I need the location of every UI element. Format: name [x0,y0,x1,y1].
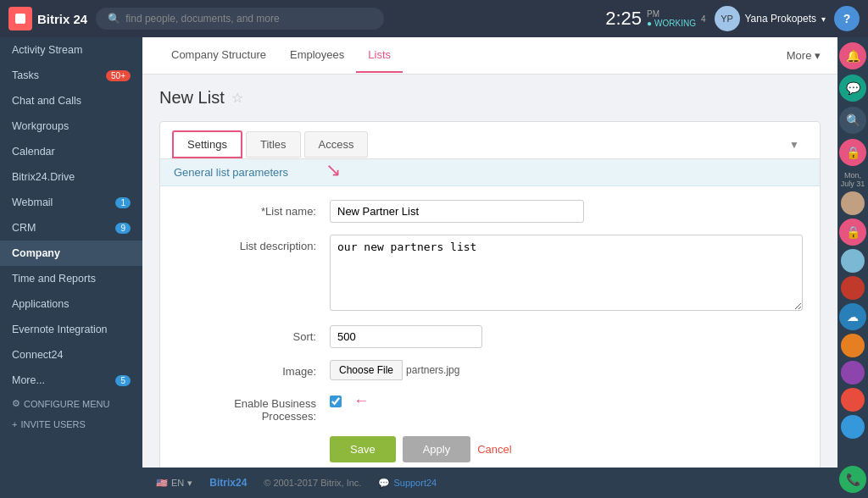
sidebar-item-time-reports[interactable]: Time and Reports [0,266,142,291]
configure-menu-button[interactable]: ⚙ CONFIGURE MENU [0,393,142,414]
sort-input[interactable] [330,325,482,348]
footer: 🇺🇸 EN ▾ Bitrix24 © 2001-2017 Bitrix, Inc… [142,468,837,498]
crm-badge: 9 [115,223,131,234]
list-desc-field: our new partners list [330,235,803,313]
svg-rect-0 [15,14,25,24]
image-row: Image: Choose File partners.jpg [177,360,803,380]
flag-icon: 🇺🇸 [156,478,168,489]
main-area: Company Structure Employees Lists More ▾… [142,37,837,498]
sort-row: Sort: [177,325,803,348]
chevron-down-icon: ▾ [821,14,826,24]
topbar-time: 2:25 PM ● WORKING 4 [605,8,705,30]
list-name-label: *List name: [177,200,330,218]
sidebar-item-workgroups[interactable]: Workgroups [0,113,142,139]
sidebar-item-connect24[interactable]: Connect24 [0,342,142,368]
bp-arrow-annotation: ← [353,392,369,410]
image-label: Image: [177,360,330,378]
rp-avatar-1 [841,191,865,215]
sidebar-item-tasks[interactable]: Tasks 50+ [0,63,142,88]
rp-search-icon[interactable]: 🔍 [839,107,866,134]
sidebar-item-calendar[interactable]: Calendar [0,139,142,164]
more-badge: 5 [115,375,131,386]
webmail-badge: 1 [115,197,131,208]
form-body: *List name: List description: our new pa… [160,186,820,468]
list-name-field [330,200,803,223]
collapse-button[interactable]: ▼ [781,139,808,151]
footer-copyright: © 2001-2017 Bitrix, Inc. [264,478,361,488]
rp-avatar-6 [841,388,865,412]
footer-flag[interactable]: 🇺🇸 EN ▾ [156,478,192,489]
tab-access[interactable]: Access [304,131,369,158]
secondary-nav-more[interactable]: More ▾ [787,49,821,62]
rp-avatar-7 [841,415,865,439]
sidebar-item-applications[interactable]: Applications [0,291,142,317]
image-field: Choose File partners.jpg [330,360,803,380]
user-name: Yana Prokopets [745,13,817,25]
sidebar-item-company[interactable]: Company [0,241,142,266]
right-panel: 🔔 💬 🔍 🔒 Mon, July 31 🔒 ☁ 📞 [837,37,868,498]
status-dot: ● [647,19,652,28]
search-input[interactable] [125,13,372,25]
chevron-down-icon: ▾ [187,478,192,489]
save-button[interactable]: Save [330,436,396,462]
help-button[interactable]: ? [834,6,860,31]
footer-support-link[interactable]: 💬 Support24 [378,478,437,489]
rp-calendar-section: Mon, July 31 🔒 ☁ [837,169,868,440]
user-menu[interactable]: YP Yana Prokopets ▾ [715,6,826,31]
list-desc-textarea[interactable]: our new partners list [330,235,803,311]
sidebar-item-webmail[interactable]: Webmail 1 [0,190,142,215]
footer-logo: Bitrix24 [209,477,247,489]
chat-icon: 💬 [378,478,390,489]
tasks-badge: 50+ [106,70,131,81]
invite-users-button[interactable]: + INVITE USERS [0,414,142,434]
flag-count: 4 [701,14,706,24]
topbar: Bitrix 24 🔍 2:25 PM ● WORKING 4 YP Yana … [0,0,868,37]
form-actions: Save Apply Cancel [177,436,803,462]
rp-chat-icon[interactable]: 💬 [839,75,866,102]
sidebar: Activity Stream Tasks 50+ Chat and Calls… [0,37,142,498]
rp-lock-icon[interactable]: 🔒 [839,139,866,166]
section-header-bar: General list parameters [160,159,820,186]
sidebar-item-bitrix24drive[interactable]: Bitrix24.Drive [0,164,142,190]
app-logo[interactable]: Bitrix 24 [8,7,87,30]
form-card: Settings Titles Access ▼ ↘ General l [159,121,821,468]
sort-label: Sort: [177,325,330,343]
tab-titles[interactable]: Titles [246,131,301,158]
rp-notifications-icon[interactable]: 🔔 [839,42,866,69]
rp-avatar-4 [841,334,865,357]
tab-employees[interactable]: Employees [278,38,356,73]
clock-time: 2:25 [605,8,642,30]
apply-button[interactable]: Apply [403,436,471,462]
status-working: ● WORKING [647,19,696,28]
form-tabs: Settings Titles Access ▼ [160,122,820,159]
sidebar-item-chat-calls[interactable]: Chat and Calls [0,88,142,113]
rp-phone-button[interactable]: 📞 [839,466,866,493]
content-area: New List ☆ Settings Titles Access ▼ [142,75,837,468]
rp-lock2-icon[interactable]: 🔒 [839,219,866,246]
page-title: New List ☆ [159,88,821,108]
search-bar[interactable]: 🔍 [96,8,384,30]
list-desc-row: List description: our new partners list [177,235,803,313]
enable-bp-checkbox[interactable] [330,396,342,407]
sidebar-item-crm[interactable]: CRM 9 [0,215,142,241]
favorite-star[interactable]: ☆ [231,90,243,106]
tab-lists[interactable]: Lists [356,38,403,73]
cancel-button[interactable]: Cancel [477,443,511,456]
rp-date-label: Mon, July 31 [837,169,868,190]
sidebar-item-activity-stream[interactable]: Activity Stream [0,37,142,63]
secondary-nav: Company Structure Employees Lists More ▾ [142,37,837,75]
enable-bp-field: ← [330,392,803,410]
gear-icon: ⚙ [12,398,20,409]
rp-avatar-3 [841,276,865,300]
sidebar-item-more[interactable]: More... 5 [0,368,142,393]
rp-cloud-icon[interactable]: ☁ [839,303,866,330]
avatar: YP [715,6,740,31]
tab-settings[interactable]: Settings [172,130,242,158]
sidebar-item-evernote[interactable]: Evernote Integration [0,317,142,342]
rp-avatar-5 [841,361,865,385]
sort-field [330,325,803,348]
tab-company-structure[interactable]: Company Structure [159,38,278,73]
choose-file-button[interactable]: Choose File [330,360,403,380]
list-name-input[interactable] [330,200,584,223]
file-name-label: partners.jpg [406,364,459,376]
